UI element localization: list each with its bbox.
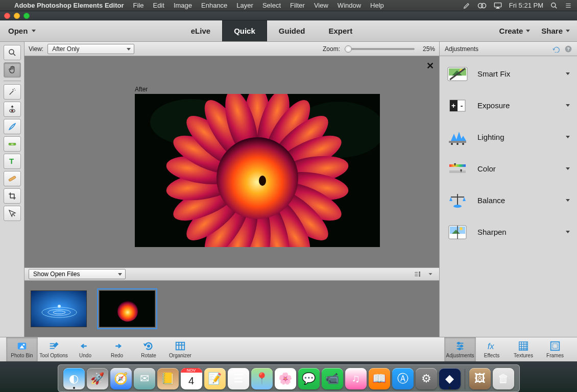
mode-tab-guided[interactable]: Guided [267,20,317,41]
dock-itunes[interactable]: ♫ [345,368,367,389]
move-tool[interactable] [4,206,21,221]
straighten-tool[interactable] [4,136,21,152]
bottom-organizer-button[interactable]: Organizer [164,337,196,361]
menubar-item-file[interactable]: File [133,2,144,9]
dock-reminders[interactable]: ☰ [228,368,249,389]
open-files-dropdown[interactable]: Show Open Files [29,269,126,279]
svg-point-3 [551,3,556,7]
view-label: View: [29,45,43,53]
menubar-item-layer[interactable]: Layer [236,2,253,9]
svg-point-36 [217,137,298,219]
dock-appstore[interactable]: Ⓐ [392,368,414,389]
dock-trash[interactable]: 🗑 [493,368,514,389]
dock-finder[interactable]: ◐ [63,368,85,389]
adjustment-exposure[interactable]: +-Exposure [444,90,573,121]
dock-launchpad[interactable]: 🚀 [87,368,108,389]
help-icon[interactable]: ? [565,45,572,53]
adjustment-smart-fix[interactable]: Smart Fix [444,58,573,90]
type-tool[interactable]: T [4,154,21,169]
dock-mail[interactable]: ✉ [134,368,155,389]
menu-icon[interactable] [565,2,572,9]
create-menu[interactable]: Create [499,27,531,35]
bottom-effects-button[interactable]: fxEffects [476,337,508,361]
share-menu[interactable]: Share [541,27,570,35]
window-minimize-button[interactable] [14,13,20,19]
open-files-bar: Show Open Files [25,267,439,281]
dock-maps[interactable]: 📍 [251,368,273,389]
dock-calendar[interactable]: NOV4 [181,368,202,389]
dock-notes[interactable]: 📝 [204,368,226,389]
menubar-item-image[interactable]: Image [174,2,192,9]
spotlight-icon[interactable] [550,2,558,9]
quick-select-tool[interactable] [4,84,21,100]
bottom-textures-button[interactable]: Textures [508,337,539,361]
dock-desktop-img[interactable]: 🖼 [469,368,491,389]
hand-tool[interactable] [4,62,21,78]
adjustment-balance[interactable]: Balance [444,185,573,216]
view-dropdown[interactable]: After Only [47,44,134,54]
whiten-teeth-tool[interactable] [4,119,21,134]
dock-facetime[interactable]: 📹 [322,368,343,389]
svg-rect-8 [11,143,13,144]
mode-tab-expert[interactable]: Expert [317,20,364,41]
svg-point-39 [419,274,420,275]
bin-layout-icon[interactable] [413,270,422,279]
main-area: T View: After Only Zoom: 25% ✕ After [0,42,577,337]
zoom-slider[interactable] [348,48,415,50]
dock-ibooks[interactable]: 📖 [369,368,390,389]
mode-tab-quick[interactable]: Quick [222,20,267,41]
exposure-icon: +- [447,96,468,115]
menubar-item-enhance[interactable]: Enhance [201,2,227,9]
bottom-photo-bin-button[interactable]: Photo Bin [6,337,38,361]
bottom-button-label: Frames [546,353,564,358]
photo-bin-thumb[interactable] [99,290,155,327]
mode-tab-elive[interactable]: eLive [179,20,222,41]
dock-photos[interactable]: 🌸 [275,368,296,389]
open-button[interactable]: Open [0,20,44,41]
menubar-item-view[interactable]: View [314,2,328,9]
svg-point-1 [481,3,486,8]
airplay-icon[interactable] [494,2,502,9]
crop-tool[interactable] [4,188,21,204]
zoom-slider-knob[interactable] [345,45,352,53]
zoom-tool[interactable] [4,45,21,60]
bottom-undo-button[interactable]: Undo [69,337,101,361]
bottom-tool-options-button[interactable]: Tool Options [38,337,69,361]
bottom-redo-button[interactable]: Redo [101,337,133,361]
spot-heal-tool[interactable] [4,171,21,186]
canvas-close-button[interactable]: ✕ [426,60,434,71]
bottom-frames-button[interactable]: Frames [539,337,571,361]
menubar-app-name[interactable]: Adobe Photoshop Elements Editor [14,2,124,9]
menubar-pen-icon[interactable] [463,2,470,9]
menubar-item-help[interactable]: Help [370,2,384,9]
dock-settings[interactable]: ⚙ [416,368,437,389]
dock-pse[interactable]: ◆ [439,368,461,389]
redeye-tool[interactable] [4,102,21,117]
menubar-clock[interactable]: Fri 5:21 PM [509,2,543,9]
svg-point-40 [419,276,420,277]
bottom-adjustments-button[interactable]: Adjustments [444,337,476,361]
svg-rect-2 [494,3,501,7]
adjustment-color[interactable]: Color [444,153,573,185]
dock-contacts[interactable]: 📒 [157,368,179,389]
create-label: Create [499,27,523,35]
caret-down-icon [32,30,36,32]
dock-messages[interactable]: 💬 [298,368,320,389]
bin-collapse-icon[interactable] [426,270,435,279]
menubar-item-filter[interactable]: Filter [290,2,305,9]
photo-bin-thumb[interactable] [31,290,87,327]
menubar-item-edit[interactable]: Edit [153,2,164,9]
window-close-button[interactable] [4,13,10,19]
reset-icon[interactable] [552,45,561,53]
menubar-item-select[interactable]: Select [262,2,281,9]
menubar-item-window[interactable]: Window [338,2,361,9]
canvas-image[interactable] [135,94,380,247]
creative-cloud-icon[interactable] [477,2,487,9]
adjustment-sharpen[interactable]: Sharpen [444,216,573,248]
adjustment-lighting[interactable]: Lighting [444,121,573,153]
bottom-rotate-button[interactable]: Rotate [133,337,164,361]
window-zoom-button[interactable] [23,13,30,19]
adjustments-panel: Adjustments ? Smart Fix+-ExposureLightin… [439,42,577,337]
open-files-dropdown-value: Show Open Files [33,271,80,278]
dock-safari[interactable]: 🧭 [110,368,132,389]
